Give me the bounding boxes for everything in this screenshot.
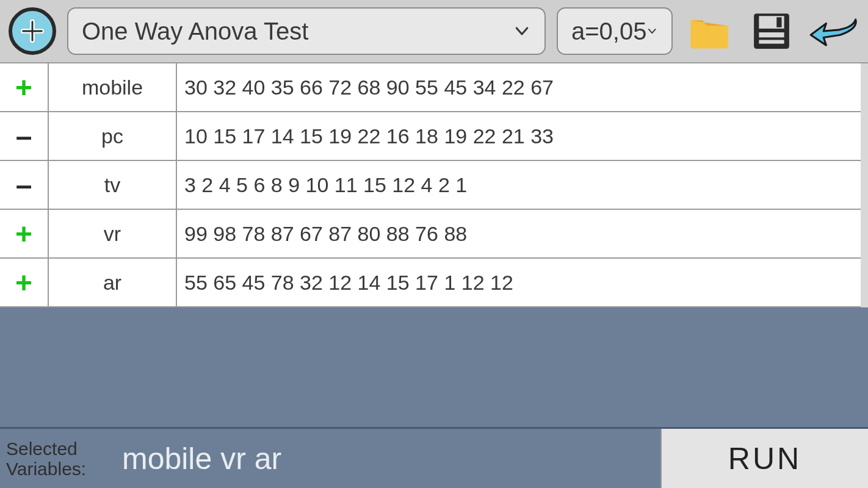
row-variable-name[interactable]: tv	[49, 161, 177, 209]
row-add-toggle[interactable]: +	[0, 259, 49, 306]
folder-icon	[688, 12, 731, 50]
open-folder-button[interactable]	[684, 7, 735, 55]
bottom-bar: Selected Variables: mobile vr ar RUN	[0, 427, 868, 488]
alpha-selector-dropdown[interactable]: a=0,05	[557, 7, 673, 55]
table-row: +mobile30 32 40 35 66 72 68 90 55 45 34 …	[0, 63, 868, 112]
svg-rect-3	[759, 32, 784, 37]
row-add-toggle[interactable]: +	[0, 210, 49, 257]
row-values[interactable]: 30 32 40 35 66 72 68 90 55 45 34 22 67	[177, 63, 868, 111]
row-values[interactable]: 99 98 78 87 67 87 80 88 76 88	[177, 210, 868, 257]
run-button[interactable]: RUN	[660, 429, 868, 488]
row-values[interactable]: 3 2 4 5 6 8 9 10 11 15 12 4 2 1	[177, 161, 868, 209]
toolbar: One Way Anova Test a=0,05	[0, 0, 868, 63]
selected-variables-label: Selected Variables:	[6, 439, 110, 479]
scrollbar[interactable]	[861, 63, 868, 307]
row-values[interactable]: 10 15 17 14 15 19 22 16 18 19 22 21 33	[177, 112, 868, 160]
svg-rect-4	[759, 40, 784, 43]
test-selector-dropdown[interactable]: One Way Anova Test	[67, 7, 546, 55]
table-row: +vr99 98 78 87 67 87 80 88 76 88	[0, 210, 868, 259]
back-button[interactable]	[808, 7, 859, 55]
run-button-label: RUN	[728, 441, 801, 476]
row-variable-name[interactable]: vr	[49, 210, 177, 257]
data-area: +mobile30 32 40 35 66 72 68 90 55 45 34 …	[0, 63, 868, 427]
chevron-down-icon	[646, 22, 658, 40]
test-selector-label: One Way Anova Test	[82, 18, 308, 45]
table-row: –pc10 15 17 14 15 19 22 16 18 19 22 21 3…	[0, 112, 868, 161]
row-variable-name[interactable]: mobile	[49, 63, 177, 111]
selected-label-line2: Variables:	[6, 459, 86, 479]
selected-variables-value: mobile vr ar	[122, 441, 281, 476]
row-add-toggle[interactable]: +	[0, 63, 49, 111]
plus-circle-icon	[18, 17, 46, 45]
row-values[interactable]: 55 65 45 78 32 12 14 15 17 1 12 12	[177, 259, 868, 306]
selected-variables-box: Selected Variables: mobile vr ar	[0, 429, 660, 488]
row-variable-name[interactable]: pc	[49, 112, 177, 160]
row-variable-name[interactable]: ar	[49, 259, 177, 306]
chevron-down-icon	[513, 22, 531, 40]
floppy-disk-icon	[751, 11, 792, 51]
back-arrow-icon	[808, 15, 859, 48]
add-variable-button[interactable]	[9, 7, 56, 55]
alpha-selector-label: a=0,05	[571, 18, 646, 45]
table-row: –tv3 2 4 5 6 8 9 10 11 15 12 4 2 1	[0, 161, 868, 210]
table-row: +ar55 65 45 78 32 12 14 15 17 1 12 12	[0, 259, 868, 307]
svg-rect-2	[776, 17, 781, 27]
row-remove-toggle[interactable]: –	[0, 112, 49, 160]
selected-label-line1: Selected	[6, 439, 78, 459]
save-button[interactable]	[746, 7, 797, 55]
row-remove-toggle[interactable]: –	[0, 161, 49, 209]
rows-container: +mobile30 32 40 35 66 72 68 90 55 45 34 …	[0, 63, 868, 307]
